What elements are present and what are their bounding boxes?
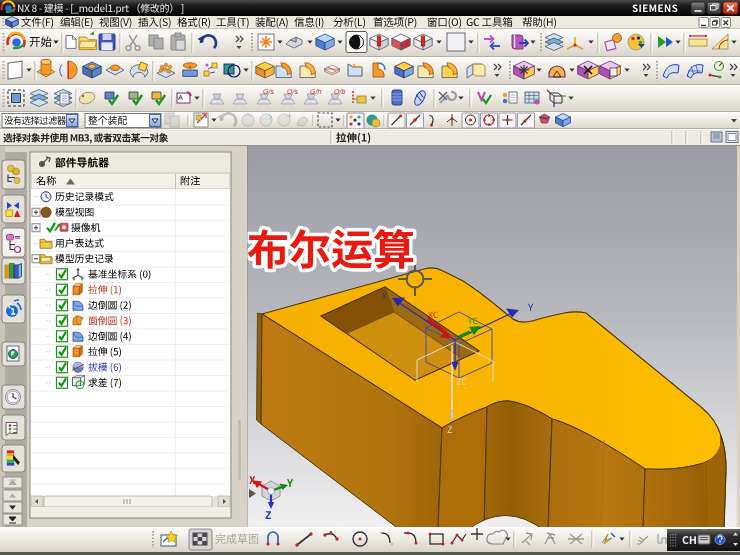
svg-text:O/s: O/s — [287, 88, 298, 95]
svg-text:O/b: O/b — [334, 88, 345, 95]
svg-text:G/h: G/h — [310, 88, 321, 95]
svg-text:G/s: G/s — [263, 88, 274, 95]
